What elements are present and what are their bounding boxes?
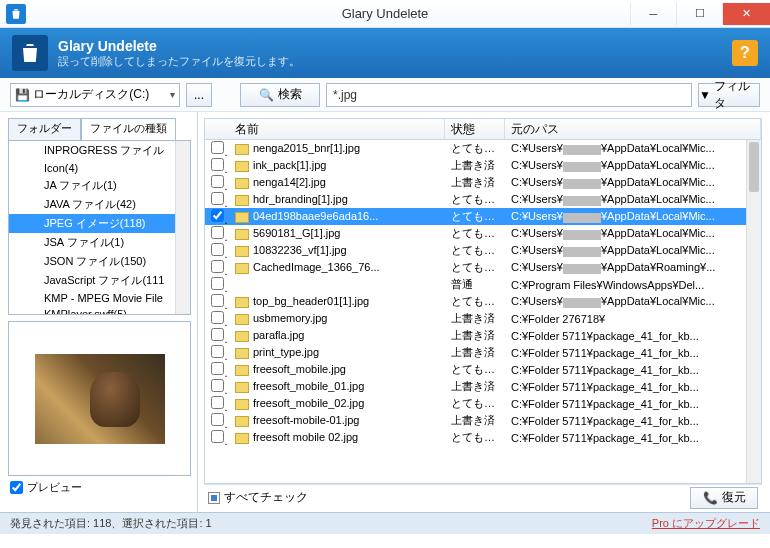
- file-row[interactable]: freesoft-mobile-01.jpg上書き済C:¥Folder 5711…: [205, 412, 761, 429]
- banner-desc: 誤って削除してしまったファイルを復元します。: [58, 54, 300, 69]
- left-panel: フォルダー ファイルの種類 INPROGRESS ファイルIcon(4)JA フ…: [0, 112, 198, 512]
- tree-item[interactable]: JSON ファイル(150): [9, 252, 190, 271]
- file-state: とても良い: [445, 243, 505, 258]
- row-checkbox[interactable]: [211, 430, 224, 443]
- close-button[interactable]: ✕: [722, 3, 770, 25]
- file-path: C:¥Folder 5711¥package_41_for_kb...: [505, 432, 745, 444]
- search-button[interactable]: 🔍 検索: [240, 83, 320, 107]
- file-row[interactable]: freesoft_mobile.jpgとても良いC:¥Folder 5711¥p…: [205, 361, 761, 378]
- file-row[interactable]: nenga2015_bnr[1].jpgとても良いC:¥Users¥¥AppDa…: [205, 140, 761, 157]
- file-row[interactable]: freesoft mobile 02.jpgとても良いC:¥Folder 571…: [205, 429, 761, 446]
- minimize-button[interactable]: ─: [630, 3, 676, 25]
- file-row[interactable]: usbmemory.jpg上書き済C:¥Folder 276718¥: [205, 310, 761, 327]
- file-type-icon: [29, 294, 41, 304]
- row-checkbox[interactable]: [211, 209, 224, 222]
- col-name[interactable]: 名前: [229, 119, 445, 139]
- row-checkbox[interactable]: [211, 243, 224, 256]
- file-row[interactable]: parafla.jpg上書き済C:¥Folder 5711¥package_41…: [205, 327, 761, 344]
- preview-pane: [8, 321, 191, 476]
- row-checkbox[interactable]: [211, 379, 224, 392]
- preview-checkbox[interactable]: プレビュー: [8, 476, 191, 499]
- row-checkbox[interactable]: [211, 277, 224, 290]
- type-tree[interactable]: INPROGRESS ファイルIcon(4)JA ファイル(1)JAVA ファイ…: [8, 140, 191, 315]
- help-button[interactable]: ?: [732, 40, 758, 66]
- status-text: 発見された項目: 118、選択された項目: 1: [10, 516, 212, 531]
- drive-select[interactable]: 💾 ローカルディスク(C:) ▾: [10, 83, 180, 107]
- list-scrollbar[interactable]: [746, 140, 761, 483]
- file-row[interactable]: freesoft_mobile_01.jpg上書き済C:¥Folder 5711…: [205, 378, 761, 395]
- banner-title: Glary Undelete: [58, 38, 300, 54]
- file-name: hdr_branding[1].jpg: [229, 193, 445, 206]
- upgrade-link[interactable]: Pro にアップグレード: [652, 516, 760, 531]
- file-state: とても良い: [445, 260, 505, 275]
- file-path: C:¥Users¥¥AppData¥Local¥Mic...: [505, 193, 745, 205]
- tree-item[interactable]: JAVA ファイル(42): [9, 195, 190, 214]
- file-list[interactable]: nenga2015_bnr[1].jpgとても良いC:¥Users¥¥AppDa…: [204, 140, 762, 484]
- file-row[interactable]: CachedImage_1366_76...とても良いC:¥Users¥¥App…: [205, 259, 761, 276]
- tree-item[interactable]: JPEG イメージ(118): [9, 214, 190, 233]
- tree-item[interactable]: Icon(4): [9, 160, 190, 176]
- file-state: とても良い: [445, 430, 505, 445]
- col-state[interactable]: 状態: [445, 119, 505, 139]
- tree-item[interactable]: KMPlayer.swff(5): [9, 306, 190, 315]
- file-row[interactable]: nenga14[2].jpg上書き済C:¥Users¥¥AppData¥Loca…: [205, 174, 761, 191]
- file-state: とても良い: [445, 294, 505, 309]
- file-name: freesoft_mobile.jpg: [229, 363, 445, 376]
- maximize-button[interactable]: ☐: [676, 3, 722, 25]
- tab-types[interactable]: ファイルの種類: [81, 118, 176, 140]
- banner-logo: [12, 35, 48, 71]
- row-checkbox[interactable]: [211, 345, 224, 358]
- file-row[interactable]: ink_pack[1].jpg上書き済C:¥Users¥¥AppData¥Loc…: [205, 157, 761, 174]
- file-row[interactable]: 04ed198baae9e6ada16...とても良いC:¥Users¥¥App…: [205, 208, 761, 225]
- file-row[interactable]: top_bg_header01[1].jpgとても良いC:¥Users¥¥App…: [205, 293, 761, 310]
- row-checkbox[interactable]: [211, 311, 224, 324]
- tree-item[interactable]: JA ファイル(1): [9, 176, 190, 195]
- row-checkbox[interactable]: [211, 192, 224, 205]
- file-name: 04ed198baae9e6ada16...: [229, 210, 445, 223]
- row-checkbox[interactable]: [211, 260, 224, 273]
- file-path: C:¥Folder 5711¥package_41_for_kb...: [505, 381, 745, 393]
- file-type-icon: [29, 181, 41, 191]
- tab-folder[interactable]: フォルダー: [8, 118, 81, 140]
- file-path: C:¥Folder 5711¥package_41_for_kb...: [505, 347, 745, 359]
- tree-item[interactable]: INPROGRESS ファイル: [9, 141, 190, 160]
- browse-button[interactable]: ...: [186, 83, 212, 107]
- file-row[interactable]: hdr_branding[1].jpgとても良いC:¥Users¥¥AppDat…: [205, 191, 761, 208]
- file-row[interactable]: 5690181_G[1].jpgとても良いC:¥Users¥¥AppData¥L…: [205, 225, 761, 242]
- preview-checkbox-input[interactable]: [10, 481, 23, 494]
- row-checkbox[interactable]: [211, 226, 224, 239]
- tree-item[interactable]: JSA ファイル(1): [9, 233, 190, 252]
- file-type-icon: [29, 164, 41, 174]
- col-path[interactable]: 元のパス: [505, 119, 761, 139]
- tree-scrollbar[interactable]: [175, 141, 190, 314]
- tree-item[interactable]: JavaScript ファイル(111: [9, 271, 190, 290]
- main-area: フォルダー ファイルの種類 INPROGRESS ファイルIcon(4)JA フ…: [0, 112, 770, 512]
- row-checkbox[interactable]: [211, 175, 224, 188]
- file-name: freesoft_mobile_02.jpg: [229, 397, 445, 410]
- filter-input[interactable]: *.jpg: [326, 83, 692, 107]
- file-name: print_type.jpg: [229, 346, 445, 359]
- file-row[interactable]: 普通C:¥Program Files¥WindowsApps¥Del...: [205, 276, 761, 293]
- row-checkbox[interactable]: [211, 413, 224, 426]
- check-all-input[interactable]: [208, 492, 220, 504]
- restore-button[interactable]: 📞 復元: [690, 487, 758, 509]
- row-checkbox[interactable]: [211, 141, 224, 154]
- check-all[interactable]: すべてチェック: [208, 489, 308, 506]
- file-row[interactable]: 10832236_vf[1].jpgとても良いC:¥Users¥¥AppData…: [205, 242, 761, 259]
- row-checkbox[interactable]: [211, 396, 224, 409]
- row-checkbox[interactable]: [211, 294, 224, 307]
- file-row[interactable]: print_type.jpg上書き済C:¥Folder 5711¥package…: [205, 344, 761, 361]
- row-checkbox[interactable]: [211, 158, 224, 171]
- row-checkbox[interactable]: [211, 362, 224, 375]
- filter-button[interactable]: ▼ フィルタ: [698, 83, 760, 107]
- window-buttons: ─ ☐ ✕: [630, 3, 770, 25]
- file-name: freesoft mobile 02.jpg: [229, 431, 445, 444]
- row-checkbox[interactable]: [211, 328, 224, 341]
- file-name: nenga14[2].jpg: [229, 176, 445, 189]
- folder-icon: [235, 365, 249, 376]
- file-path: C:¥Users¥¥AppData¥Local¥Mic...: [505, 176, 745, 188]
- folder-icon: [235, 297, 249, 308]
- file-row[interactable]: freesoft_mobile_02.jpgとても良いC:¥Folder 571…: [205, 395, 761, 412]
- tree-item[interactable]: KMP - MPEG Movie File: [9, 290, 190, 306]
- file-state: とても良い: [445, 141, 505, 156]
